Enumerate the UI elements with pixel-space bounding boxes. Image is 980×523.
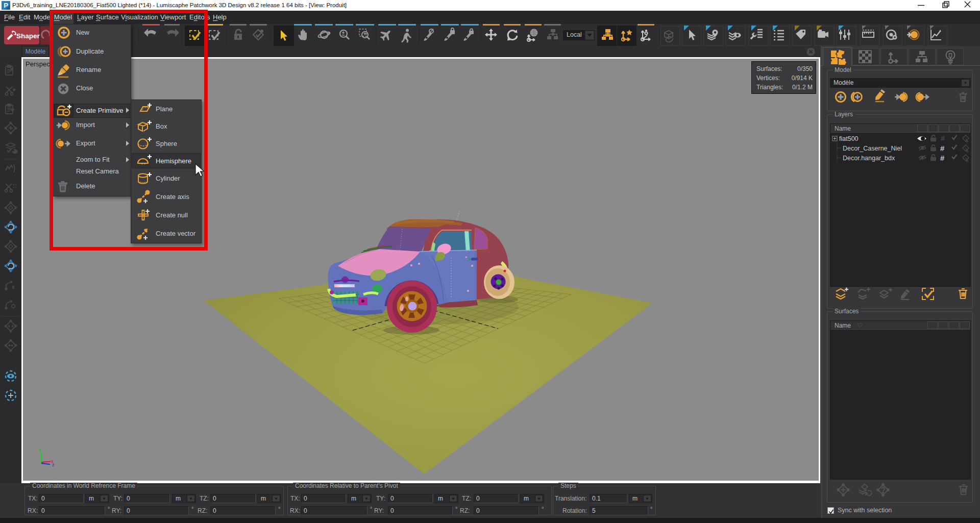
svg-text:Shaper: Shaper bbox=[16, 32, 40, 40]
svg-text:P: P bbox=[4, 2, 8, 9]
svg-text:z: z bbox=[52, 462, 55, 467]
svg-text:y: y bbox=[39, 447, 41, 452]
svg-text:Local: Local bbox=[567, 31, 582, 38]
